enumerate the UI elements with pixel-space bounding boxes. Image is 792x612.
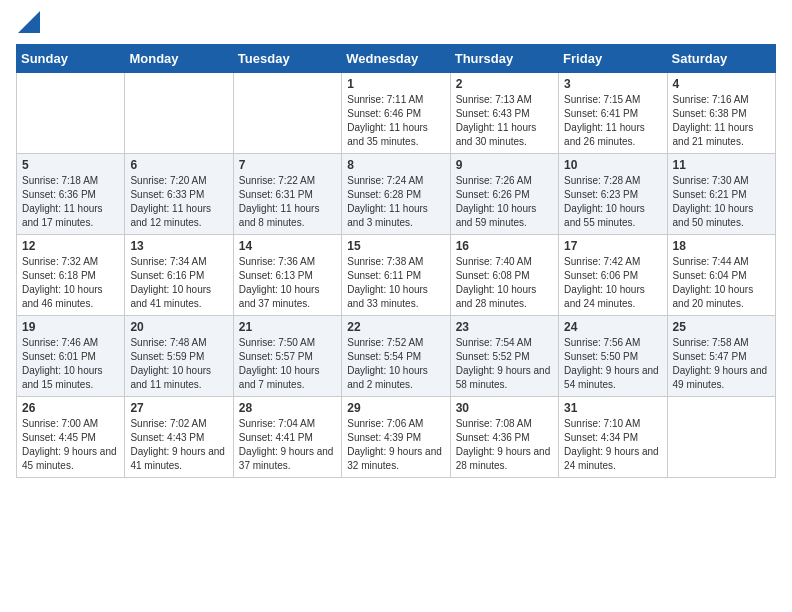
calendar-cell: 12Sunrise: 7:32 AM Sunset: 6:18 PM Dayli… bbox=[17, 234, 125, 315]
day-info: Sunrise: 7:46 AM Sunset: 6:01 PM Dayligh… bbox=[22, 336, 119, 392]
calendar-cell: 11Sunrise: 7:30 AM Sunset: 6:21 PM Dayli… bbox=[667, 153, 775, 234]
day-number: 27 bbox=[130, 401, 227, 415]
day-number: 14 bbox=[239, 239, 336, 253]
day-number: 2 bbox=[456, 77, 553, 91]
calendar-week-row: 12Sunrise: 7:32 AM Sunset: 6:18 PM Dayli… bbox=[17, 234, 776, 315]
day-info: Sunrise: 7:24 AM Sunset: 6:28 PM Dayligh… bbox=[347, 174, 444, 230]
calendar-cell: 26Sunrise: 7:00 AM Sunset: 4:45 PM Dayli… bbox=[17, 396, 125, 477]
calendar-cell: 9Sunrise: 7:26 AM Sunset: 6:26 PM Daylig… bbox=[450, 153, 558, 234]
calendar-cell: 24Sunrise: 7:56 AM Sunset: 5:50 PM Dayli… bbox=[559, 315, 667, 396]
day-number: 23 bbox=[456, 320, 553, 334]
calendar-cell: 1Sunrise: 7:11 AM Sunset: 6:46 PM Daylig… bbox=[342, 72, 450, 153]
page-header bbox=[16, 16, 776, 36]
day-number: 20 bbox=[130, 320, 227, 334]
day-info: Sunrise: 7:15 AM Sunset: 6:41 PM Dayligh… bbox=[564, 93, 661, 149]
day-info: Sunrise: 7:20 AM Sunset: 6:33 PM Dayligh… bbox=[130, 174, 227, 230]
day-number: 15 bbox=[347, 239, 444, 253]
day-number: 3 bbox=[564, 77, 661, 91]
day-number: 31 bbox=[564, 401, 661, 415]
calendar-cell bbox=[233, 72, 341, 153]
calendar-cell: 29Sunrise: 7:06 AM Sunset: 4:39 PM Dayli… bbox=[342, 396, 450, 477]
day-info: Sunrise: 7:28 AM Sunset: 6:23 PM Dayligh… bbox=[564, 174, 661, 230]
weekday-header-cell: Friday bbox=[559, 44, 667, 72]
day-number: 16 bbox=[456, 239, 553, 253]
calendar-cell: 8Sunrise: 7:24 AM Sunset: 6:28 PM Daylig… bbox=[342, 153, 450, 234]
weekday-header-cell: Tuesday bbox=[233, 44, 341, 72]
calendar-cell: 13Sunrise: 7:34 AM Sunset: 6:16 PM Dayli… bbox=[125, 234, 233, 315]
calendar-cell: 28Sunrise: 7:04 AM Sunset: 4:41 PM Dayli… bbox=[233, 396, 341, 477]
day-number: 1 bbox=[347, 77, 444, 91]
day-info: Sunrise: 7:22 AM Sunset: 6:31 PM Dayligh… bbox=[239, 174, 336, 230]
day-number: 30 bbox=[456, 401, 553, 415]
svg-marker-0 bbox=[18, 11, 40, 33]
weekday-header-cell: Wednesday bbox=[342, 44, 450, 72]
day-info: Sunrise: 7:00 AM Sunset: 4:45 PM Dayligh… bbox=[22, 417, 119, 473]
calendar-cell: 20Sunrise: 7:48 AM Sunset: 5:59 PM Dayli… bbox=[125, 315, 233, 396]
day-number: 10 bbox=[564, 158, 661, 172]
weekday-header-cell: Thursday bbox=[450, 44, 558, 72]
calendar-cell: 17Sunrise: 7:42 AM Sunset: 6:06 PM Dayli… bbox=[559, 234, 667, 315]
calendar-cell: 10Sunrise: 7:28 AM Sunset: 6:23 PM Dayli… bbox=[559, 153, 667, 234]
day-info: Sunrise: 7:04 AM Sunset: 4:41 PM Dayligh… bbox=[239, 417, 336, 473]
calendar-cell: 30Sunrise: 7:08 AM Sunset: 4:36 PM Dayli… bbox=[450, 396, 558, 477]
calendar-cell bbox=[667, 396, 775, 477]
day-info: Sunrise: 7:44 AM Sunset: 6:04 PM Dayligh… bbox=[673, 255, 770, 311]
day-number: 26 bbox=[22, 401, 119, 415]
logo-icon bbox=[18, 11, 40, 33]
day-info: Sunrise: 7:13 AM Sunset: 6:43 PM Dayligh… bbox=[456, 93, 553, 149]
calendar-cell: 16Sunrise: 7:40 AM Sunset: 6:08 PM Dayli… bbox=[450, 234, 558, 315]
day-info: Sunrise: 7:42 AM Sunset: 6:06 PM Dayligh… bbox=[564, 255, 661, 311]
calendar-cell: 25Sunrise: 7:58 AM Sunset: 5:47 PM Dayli… bbox=[667, 315, 775, 396]
calendar-table: SundayMondayTuesdayWednesdayThursdayFrid… bbox=[16, 44, 776, 478]
day-info: Sunrise: 7:11 AM Sunset: 6:46 PM Dayligh… bbox=[347, 93, 444, 149]
calendar-week-row: 5Sunrise: 7:18 AM Sunset: 6:36 PM Daylig… bbox=[17, 153, 776, 234]
calendar-cell: 5Sunrise: 7:18 AM Sunset: 6:36 PM Daylig… bbox=[17, 153, 125, 234]
day-info: Sunrise: 7:06 AM Sunset: 4:39 PM Dayligh… bbox=[347, 417, 444, 473]
day-number: 8 bbox=[347, 158, 444, 172]
weekday-header-cell: Sunday bbox=[17, 44, 125, 72]
day-number: 17 bbox=[564, 239, 661, 253]
calendar-week-row: 19Sunrise: 7:46 AM Sunset: 6:01 PM Dayli… bbox=[17, 315, 776, 396]
calendar-cell: 18Sunrise: 7:44 AM Sunset: 6:04 PM Dayli… bbox=[667, 234, 775, 315]
day-number: 11 bbox=[673, 158, 770, 172]
calendar-cell: 6Sunrise: 7:20 AM Sunset: 6:33 PM Daylig… bbox=[125, 153, 233, 234]
weekday-header-cell: Saturday bbox=[667, 44, 775, 72]
day-number: 13 bbox=[130, 239, 227, 253]
day-info: Sunrise: 7:58 AM Sunset: 5:47 PM Dayligh… bbox=[673, 336, 770, 392]
calendar-body: 1Sunrise: 7:11 AM Sunset: 6:46 PM Daylig… bbox=[17, 72, 776, 477]
day-number: 7 bbox=[239, 158, 336, 172]
day-number: 6 bbox=[130, 158, 227, 172]
calendar-cell: 19Sunrise: 7:46 AM Sunset: 6:01 PM Dayli… bbox=[17, 315, 125, 396]
day-info: Sunrise: 7:16 AM Sunset: 6:38 PM Dayligh… bbox=[673, 93, 770, 149]
weekday-header-row: SundayMondayTuesdayWednesdayThursdayFrid… bbox=[17, 44, 776, 72]
day-number: 29 bbox=[347, 401, 444, 415]
calendar-week-row: 1Sunrise: 7:11 AM Sunset: 6:46 PM Daylig… bbox=[17, 72, 776, 153]
calendar-cell: 22Sunrise: 7:52 AM Sunset: 5:54 PM Dayli… bbox=[342, 315, 450, 396]
day-number: 18 bbox=[673, 239, 770, 253]
day-info: Sunrise: 7:34 AM Sunset: 6:16 PM Dayligh… bbox=[130, 255, 227, 311]
day-number: 21 bbox=[239, 320, 336, 334]
calendar-cell bbox=[125, 72, 233, 153]
day-info: Sunrise: 7:18 AM Sunset: 6:36 PM Dayligh… bbox=[22, 174, 119, 230]
day-info: Sunrise: 7:50 AM Sunset: 5:57 PM Dayligh… bbox=[239, 336, 336, 392]
calendar-cell: 23Sunrise: 7:54 AM Sunset: 5:52 PM Dayli… bbox=[450, 315, 558, 396]
day-number: 28 bbox=[239, 401, 336, 415]
day-info: Sunrise: 7:40 AM Sunset: 6:08 PM Dayligh… bbox=[456, 255, 553, 311]
day-number: 22 bbox=[347, 320, 444, 334]
day-number: 5 bbox=[22, 158, 119, 172]
day-number: 24 bbox=[564, 320, 661, 334]
calendar-week-row: 26Sunrise: 7:00 AM Sunset: 4:45 PM Dayli… bbox=[17, 396, 776, 477]
calendar-cell bbox=[17, 72, 125, 153]
calendar-cell: 4Sunrise: 7:16 AM Sunset: 6:38 PM Daylig… bbox=[667, 72, 775, 153]
day-info: Sunrise: 7:48 AM Sunset: 5:59 PM Dayligh… bbox=[130, 336, 227, 392]
day-number: 4 bbox=[673, 77, 770, 91]
calendar-cell: 21Sunrise: 7:50 AM Sunset: 5:57 PM Dayli… bbox=[233, 315, 341, 396]
day-info: Sunrise: 7:56 AM Sunset: 5:50 PM Dayligh… bbox=[564, 336, 661, 392]
logo bbox=[16, 16, 40, 36]
day-number: 25 bbox=[673, 320, 770, 334]
day-info: Sunrise: 7:10 AM Sunset: 4:34 PM Dayligh… bbox=[564, 417, 661, 473]
day-info: Sunrise: 7:54 AM Sunset: 5:52 PM Dayligh… bbox=[456, 336, 553, 392]
day-info: Sunrise: 7:02 AM Sunset: 4:43 PM Dayligh… bbox=[130, 417, 227, 473]
day-number: 12 bbox=[22, 239, 119, 253]
calendar-cell: 3Sunrise: 7:15 AM Sunset: 6:41 PM Daylig… bbox=[559, 72, 667, 153]
